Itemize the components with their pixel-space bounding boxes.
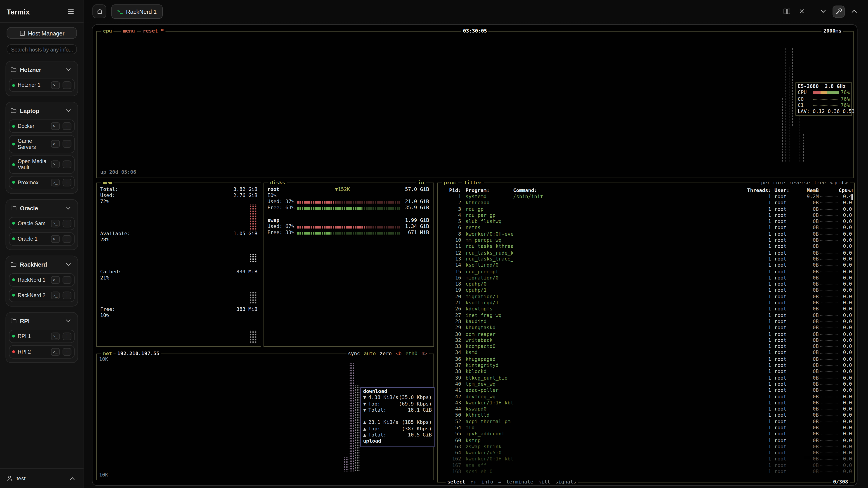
process-row[interactable]: 167 ata_sff 1 root 0B 0.0 [441,462,852,469]
process-row[interactable]: 26 kdevtmpfs 1 root 0B 0.0 [441,306,852,313]
col-command[interactable]: Command: [513,188,743,194]
host-menu-button[interactable]: ⋮ [63,81,71,89]
process-row[interactable]: 20 migration/1 1 root 0B 0.0 [441,294,852,300]
process-row[interactable]: 63 zswap-shrink 1 root 0B 0.0 [441,444,852,450]
host-menu-button[interactable]: ⋮ [63,348,71,355]
process-row[interactable]: 6 netns 1 root 0B 0.0 [441,225,852,231]
host-manager-button[interactable]: Host Manager [6,27,77,39]
connect-terminal-button[interactable]: >_ [51,178,60,186]
process-row[interactable]: 18 cpuhp/0 1 root 0B 0.0 [441,281,852,287]
host-item[interactable]: RackNerd 1 >_ ⋮ [9,273,74,287]
group-header[interactable]: Oracle [8,201,76,215]
process-row[interactable]: 13 rcu_tasks_trace_ 1 root 0B 0.0 [441,256,852,263]
signals-action[interactable]: signals [555,479,576,485]
process-row[interactable]: 28 kauditd 1 root 0B 0.0 [441,319,852,325]
host-menu-button[interactable]: ⋮ [63,140,71,148]
filter-control[interactable]: filter [462,180,484,186]
process-row[interactable]: 168 scsi_eh_0 1 root 0B 0.0 [441,468,852,475]
zero-toggle[interactable]: zero [380,350,392,357]
process-row[interactable]: 16 migration/0 1 root 0B 0.0 [441,275,852,281]
terminal-view[interactable]: cpu menu reset * 03:30:05 2000ms up 20d … [92,24,858,486]
col-threads[interactable]: Threads: [743,188,771,194]
host-menu-button[interactable]: ⋮ [63,161,71,168]
host-item[interactable]: RPI 2 >_ ⋮ [9,345,74,358]
group-header[interactable]: Laptop [8,104,76,117]
tab-racknerd-1[interactable]: >_ RackNerd 1 [111,4,163,19]
info-action[interactable]: info [481,479,493,485]
host-item[interactable]: Game Servers >_ ⋮ [9,135,74,153]
group-header[interactable]: RackNerd [8,258,76,271]
process-row[interactable]: 5 slub_flushwq 1 root 0B 0.0 [441,219,852,225]
host-menu-button[interactable]: ⋮ [63,235,71,242]
process-row[interactable]: 60 kstrp 1 root 0B 0.0 [441,437,852,444]
process-row[interactable]: 10 mm_percpu_wq 1 root 0B 0.0 [441,237,852,244]
sync-toggle[interactable]: sync [348,350,360,357]
connect-terminal-button[interactable]: >_ [51,235,60,242]
process-row[interactable]: 33 kcompactd0 1 root 0B 0.0 [441,344,852,350]
chevron-down-icon[interactable] [63,316,73,325]
host-item[interactable]: Oracle 1 >_ ⋮ [9,232,74,246]
connect-terminal-button[interactable]: >_ [51,81,60,89]
tools-button[interactable] [833,5,845,18]
process-row[interactable]: 39 blkcg_punt_bio 1 root 0B 0.0 [441,375,852,381]
col-program[interactable]: Program: [466,188,513,194]
process-row[interactable]: 50 kthrotld 1 root 0B 0.0 [441,412,852,419]
process-row[interactable]: 30 oom_reaper 1 root 0B 0.0 [441,331,852,337]
process-row[interactable]: 12 rcu_tasks_rude_k 1 root 0B 0.0 [441,250,852,256]
chevron-down-icon[interactable] [63,106,73,115]
host-item[interactable]: Hetzner 1 >_ ⋮ [9,78,74,92]
process-row[interactable]: 27 inet_frag_wq 1 root 0B 0.0 [441,313,852,319]
process-row[interactable]: 2 kthreadd 1 root 0B 0.0 [441,200,852,206]
search-input[interactable] [11,46,72,52]
chevron-up-icon[interactable] [67,474,77,483]
connect-terminal-button[interactable]: >_ [51,219,60,227]
process-row[interactable]: 44 kswapd0 1 root 0B 0.0 [441,406,852,413]
process-row[interactable]: 15 rcu_preempt 1 root 0B 0.0 [441,269,852,275]
process-row[interactable]: 38 kblockd 1 root 0B 0.0 [441,369,852,375]
connect-terminal-button[interactable]: >_ [51,122,60,130]
home-button[interactable] [92,4,106,18]
process-row[interactable]: 11 rcu_tasks_kthrea 1 root 0B 0.0 [441,243,852,250]
scroll-down-button[interactable] [817,5,829,18]
host-menu-button[interactable]: ⋮ [63,291,71,299]
tree-toggle[interactable]: tree [814,180,826,186]
host-item[interactable]: RPI 1 >_ ⋮ [9,330,74,343]
process-row[interactable]: 3 rcu_gp 1 root 0B 0.0 [441,206,852,213]
host-menu-button[interactable]: ⋮ [63,332,71,340]
iface-prev[interactable]: <b [396,350,402,357]
connect-terminal-button[interactable]: >_ [51,348,60,355]
per-core-toggle[interactable]: per-core [761,180,785,186]
scroll-up-button[interactable] [848,5,860,18]
group-header[interactable]: RPI [8,314,76,327]
iface-next[interactable]: n> [421,350,428,357]
chevron-down-icon[interactable] [63,203,73,212]
process-row[interactable]: 64 kworker/u5:0 1 root 0B 0.0 [441,450,852,456]
io-tab[interactable]: io [416,180,426,186]
process-row[interactable]: 37 kintegrityd 1 root 0B 0.0 [441,362,852,369]
process-row[interactable]: 34 ksmd 1 root 0B 0.0 [441,350,852,356]
proc-scrollbar-thumb[interactable] [851,194,853,200]
process-row[interactable]: 4 rcu_par_gp 1 root 0B 0.0 [441,213,852,219]
process-row[interactable]: 162 kworker/0:1H-kbl 1 root 0B 0.0 [441,456,852,462]
chevron-down-icon[interactable] [63,65,73,74]
process-row[interactable]: 54 mld 1 root 0B 0.0 [441,425,852,431]
close-tab-button[interactable] [797,6,807,16]
user-menu[interactable]: test [0,468,84,488]
connect-terminal-button[interactable]: >_ [51,276,60,284]
host-item[interactable]: Proxmox >_ ⋮ [9,176,74,189]
group-header[interactable]: Hetzner [8,63,76,76]
process-row[interactable]: 36 khugepaged 1 root 0B 0.0 [441,356,852,362]
host-menu-button[interactable]: ⋮ [63,178,71,186]
col-user[interactable]: User: [774,188,802,194]
process-row[interactable]: 32 writeback 1 root 0B 0.0 [441,337,852,344]
chevron-down-icon[interactable] [63,260,73,269]
col-cpu-sorted[interactable]: Cpu%↑ [839,188,852,194]
col-pid[interactable]: Pid: [441,188,461,194]
select-action[interactable]: select [447,479,465,485]
process-row[interactable]: 1 systemd /sbin/init 1 root 9.2M 0.4 [441,194,852,200]
host-item[interactable]: Docker >_ ⋮ [9,120,74,133]
reset-control[interactable]: reset * [141,28,165,34]
host-menu-button[interactable]: ⋮ [63,122,71,130]
process-row[interactable]: 14 ksoftirqd/0 1 root 0B 0.0 [441,262,852,269]
process-row[interactable]: 21 ksoftirqd/1 1 root 0B 0.0 [441,300,852,306]
